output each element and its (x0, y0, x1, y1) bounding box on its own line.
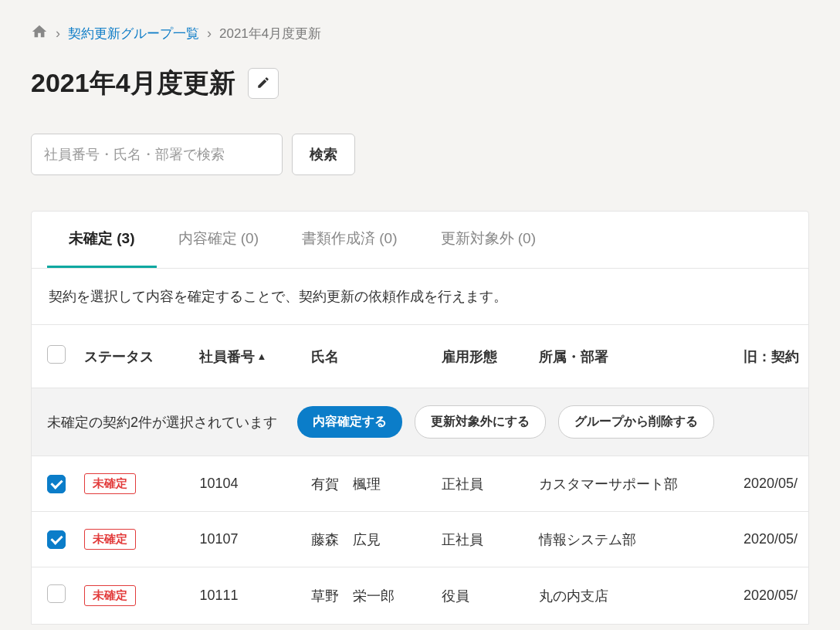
old-date-cell: 2020/05/ (734, 512, 808, 567)
pencil-icon (256, 76, 270, 92)
column-header-dept[interactable]: 所属・部署 (530, 325, 734, 388)
contracts-table: ステータス 社員番号▲ 氏名 雇用形態 所属・部署 旧：契約 (32, 324, 808, 624)
table-row: 未確定 10104 有賀 楓理 正社員 カスタマーサポート部 2020/05/ (32, 456, 808, 512)
name-cell: 草野 栄一郎 (302, 567, 432, 625)
search-input[interactable] (31, 134, 283, 175)
search-button[interactable]: 検索 (292, 134, 355, 175)
name-cell: 有賀 楓理 (302, 456, 432, 512)
dept-cell: 丸の内支店 (530, 567, 734, 625)
page-title: 2021年4月度更新 (31, 66, 235, 101)
selection-count-text: 未確定の契約2件が選択されています (47, 413, 277, 432)
info-text: 契約を選択して内容を確定することで、契約更新の依頼作成を行えます。 (32, 269, 808, 324)
column-header-status[interactable]: ステータス (75, 325, 190, 388)
home-icon[interactable] (31, 23, 48, 44)
chevron-right-icon: › (207, 25, 212, 42)
table-row: 未確定 10111 草野 栄一郎 役員 丸の内支店 2020/05/ (32, 567, 808, 625)
breadcrumb-link-group-list[interactable]: 契約更新グループ一覧 (68, 25, 199, 42)
confirm-content-button[interactable]: 内容確定する (297, 406, 402, 438)
edit-title-button[interactable] (248, 68, 279, 99)
name-cell: 藤森 広見 (302, 512, 432, 567)
emp-no-cell: 10104 (190, 456, 302, 512)
emp-type-cell: 役員 (432, 567, 529, 625)
tab-document-created[interactable]: 書類作成済 (0) (280, 212, 419, 268)
status-badge: 未確定 (84, 529, 136, 550)
breadcrumb: › 契約更新グループ一覧 › 2021年4月度更新 (31, 23, 809, 44)
sort-asc-icon: ▲ (256, 351, 266, 362)
tab-list: 未確定 (3) 内容確定 (0) 書類作成済 (0) 更新対象外 (0) (32, 212, 808, 269)
column-header-old-contract[interactable]: 旧：契約 (734, 325, 808, 388)
column-header-emp-no[interactable]: 社員番号▲ (190, 325, 302, 388)
remove-from-group-button[interactable]: グループから削除する (558, 405, 714, 439)
status-badge: 未確定 (84, 473, 136, 494)
chevron-right-icon: › (56, 25, 60, 42)
tab-unconfirmed[interactable]: 未確定 (3) (47, 212, 157, 268)
column-header-emp-type[interactable]: 雇用形態 (432, 325, 529, 388)
dept-cell: カスタマーサポート部 (530, 456, 734, 512)
select-all-checkbox[interactable] (47, 345, 66, 364)
status-badge: 未確定 (84, 585, 136, 606)
emp-no-cell: 10111 (190, 567, 302, 625)
breadcrumb-current: 2021年4月度更新 (219, 25, 321, 42)
row-checkbox[interactable] (47, 475, 66, 493)
row-checkbox[interactable] (47, 584, 66, 603)
exclude-button[interactable]: 更新対象外にする (415, 405, 546, 439)
dept-cell: 情報システム部 (530, 512, 734, 567)
table-row: 未確定 10107 藤森 広見 正社員 情報システム部 2020/05/ (32, 512, 808, 567)
column-header-name[interactable]: 氏名 (302, 325, 432, 388)
emp-type-cell: 正社員 (432, 456, 529, 512)
row-checkbox[interactable] (47, 530, 66, 549)
emp-no-cell: 10107 (190, 512, 302, 567)
old-date-cell: 2020/05/ (734, 456, 808, 512)
emp-type-cell: 正社員 (432, 512, 529, 567)
column-header-emp-no-label: 社員番号 (199, 349, 255, 364)
tab-excluded[interactable]: 更新対象外 (0) (419, 212, 558, 268)
content-panel: 未確定 (3) 内容確定 (0) 書類作成済 (0) 更新対象外 (0) 契約を… (31, 211, 809, 625)
tab-confirmed[interactable]: 内容確定 (0) (157, 212, 281, 268)
old-date-cell: 2020/05/ (734, 567, 808, 625)
selection-action-bar: 未確定の契約2件が選択されています 内容確定する 更新対象外にする グループから… (32, 388, 808, 456)
